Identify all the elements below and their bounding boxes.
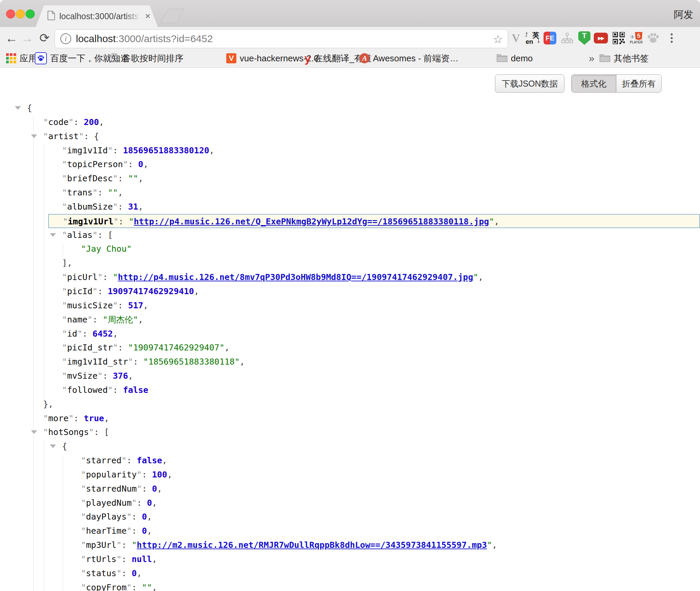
apps-grid-icon (6, 53, 16, 63)
forward-button: → (20, 27, 34, 49)
json-viewer: {"code": 200,"artist": {"img1v1Id": 1856… (0, 101, 700, 591)
bookmark-item-1[interactable]: 应用 (6, 49, 37, 67)
json-line: "trans": "", (0, 186, 700, 200)
json-line: "code": 200, (0, 115, 700, 129)
json-line: "hearTime": 0, (0, 524, 700, 538)
address-bar[interactable]: i localhost:3000/artists?id=6452 ☆ (55, 29, 508, 48)
json-line: "picId_str": "19097417462929407", (0, 341, 700, 355)
bookmark-item-3[interactable]: 谷歌按时间排序 (111, 49, 183, 67)
page-content: 下载JSON数据 格式化 折叠所有 {"code": 200,"artist":… (0, 68, 700, 591)
json-line: { (0, 439, 700, 454)
view-mode-button-group: 格式化 折叠所有 (571, 74, 662, 93)
sitemap-extension-icon[interactable] (560, 27, 575, 49)
translate-arrow-icon: ⤵ (537, 38, 540, 44)
bookmark-item-7[interactable]: demo (497, 49, 533, 67)
json-line: "picUrl": "http://p4.music.126.net/8mv7q… (0, 270, 700, 284)
bookmark-label: Awesomes - 前端资… (373, 53, 459, 64)
awesomes-badge-icon: A (359, 53, 370, 63)
json-line: "name": "周杰伦", (0, 313, 700, 327)
json-line: "status": 0, (0, 566, 700, 581)
json-line: "musicSize": 517, (0, 299, 700, 313)
json-line: "starredNum": 0, (0, 482, 700, 496)
json-line: "popularity": 100, (0, 468, 700, 482)
json-line: "img1v1Id": 18569651883380120, (0, 144, 700, 158)
json-line: "Jay Chou" (0, 242, 700, 256)
download-json-button[interactable]: 下载JSON数据 (495, 74, 564, 93)
close-window-button[interactable] (6, 9, 15, 19)
wing-icon: ✈ (630, 34, 635, 40)
browser-tab[interactable]: localhost:3000/artists?id=645 × (36, 5, 158, 27)
url-rest: :3000/artists?id=6452 (116, 33, 213, 44)
json-line: "hotSongs": [ (0, 425, 700, 439)
json-line: "picId": 19097417462929410, (0, 284, 700, 299)
json-line: "more": true, (0, 411, 700, 426)
json-line: }, (0, 397, 700, 411)
collapse-toggle-icon[interactable] (31, 134, 37, 138)
json-line: "img1v1Id_str": "18569651883380118", (0, 355, 700, 369)
baidu-paw-icon (35, 52, 47, 64)
new-tab-button[interactable] (161, 9, 184, 23)
bookmarks-bar: 应用百度一下，你就知道谷歌按时间排序Vvue-hackernews-2.0y在线… (0, 49, 700, 68)
tab-close-icon[interactable]: × (143, 11, 152, 21)
page-info-icon[interactable]: i (60, 33, 71, 44)
json-line: "alias": [ (0, 228, 700, 242)
tab-title: localhost:3000/artists?id=645 (59, 11, 141, 21)
json-url-link[interactable]: http://p4.music.126.net/Q_ExePNkmgB2yWyL… (134, 217, 489, 226)
json-line: "rtUrls": null, (0, 552, 700, 566)
chrome-menu-icon[interactable] (665, 27, 678, 49)
collapse-toggle-icon[interactable] (31, 430, 37, 434)
browser-toolbar: ← → ⟳ i localhost:3000/artists?id=6452 ☆… (0, 27, 700, 49)
qr-code-extension-icon[interactable] (611, 27, 626, 49)
page-icon (47, 11, 55, 22)
bookmark-star-icon[interactable]: ☆ (493, 32, 503, 46)
video-speed-extension-icon[interactable]: ▶▶ (593, 27, 609, 49)
json-line-highlighted: "img1v1Url": "http://p4.music.126.net/Q_… (48, 214, 700, 228)
minimize-window-button[interactable] (16, 9, 25, 19)
other-bookmarks-folder[interactable]: 其他书签 (600, 49, 649, 67)
vue-devtools-icon[interactable]: V (508, 27, 523, 49)
bookmark-label: demo (511, 53, 533, 64)
collapse-toggle-icon[interactable] (50, 233, 56, 237)
json-url-link[interactable]: http://p4.music.126.net/8mv7qP30Pd3oHW8b… (118, 272, 473, 282)
youdao-badge-icon: y (304, 53, 311, 63)
html5-player-extension-icon[interactable]: ✈ 5 PLAYER (627, 27, 645, 49)
folder-icon (600, 53, 610, 63)
collapse-toggle-icon[interactable] (50, 444, 56, 448)
tab-strip: localhost:3000/artists?id=645 × 阿发 (0, 0, 700, 27)
format-button[interactable]: 格式化 (572, 75, 616, 92)
json-line: "mvSize": 376, (0, 369, 700, 383)
json-line: "followed": false (0, 383, 700, 397)
json-url-link[interactable]: http://m2.music.126.net/RMJR7wDullRqppBk… (137, 540, 487, 550)
translate-arrow-icon: ⤴ (525, 32, 528, 38)
url-host: localhost (76, 33, 116, 44)
json-line: "copyFrom": "", (0, 581, 700, 591)
json-line: "dayPlays": 0, (0, 510, 700, 524)
shield-extension-icon[interactable]: T (577, 27, 592, 49)
bookmark-item-6[interactable]: AAwesomes - 前端资… (359, 49, 459, 67)
json-line: "starred": false, (0, 454, 700, 468)
url-text: localhost:3000/artists?id=6452 (76, 33, 213, 44)
browser-window: localhost:3000/artists?id=645 × 阿发 ← → ⟳… (0, 0, 700, 591)
json-line: "mp3Url": "http://m2.music.126.net/RMJR7… (0, 538, 700, 552)
profile-name[interactable]: 阿发 (674, 8, 693, 22)
bookmark-label: 谷歌按时间排序 (122, 53, 183, 64)
fe-extension-icon[interactable]: FE (542, 27, 558, 49)
folder-icon (497, 53, 507, 63)
json-line: "artist": { (0, 129, 700, 144)
json-line: "albumSize": 31, (0, 200, 700, 214)
json-line: "briefDesc": "", (0, 172, 700, 186)
bookmarks-overflow-chevron[interactable]: » (589, 49, 594, 67)
json-line: ], (0, 256, 700, 270)
json-line: "id": 6452, (0, 327, 700, 341)
json-line: { (0, 101, 700, 115)
json-line: "topicPerson": 0, (0, 157, 700, 172)
reload-button[interactable]: ⟳ (36, 27, 53, 49)
collapse-all-button[interactable]: 折叠所有 (616, 75, 661, 92)
json-line: "playedNum": 0, (0, 496, 700, 510)
fullscreen-window-button[interactable] (26, 9, 35, 19)
translate-extension-icon[interactable]: ⤴ 英 en ⤵ (525, 27, 540, 49)
collapse-toggle-icon[interactable] (15, 106, 21, 110)
back-button[interactable]: ← (4, 27, 19, 49)
vue-badge-icon: V (226, 53, 236, 63)
paw-extension-icon[interactable] (645, 27, 661, 49)
